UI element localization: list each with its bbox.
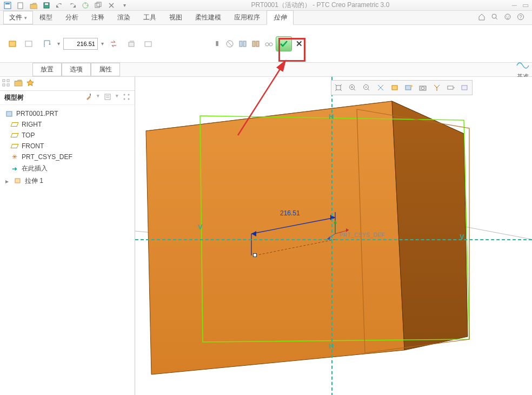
drag-handle[interactable] <box>253 253 257 257</box>
depth-type-button[interactable] <box>41 37 54 50</box>
file-menu-button[interactable]: 文件▾ <box>3 11 33 24</box>
confirm-feature-button[interactable] <box>276 36 292 51</box>
dimension-value[interactable]: 216.51 <box>280 209 300 217</box>
tree-root[interactable]: PRT0001.PRT <box>3 108 131 119</box>
depth-value-caret-icon[interactable]: ▾ <box>101 41 104 47</box>
svg-rect-7 <box>97 2 101 6</box>
navigator-panel: 模型树 ▾ ▾ PRT0001.PRT RIGHT TOP FRONT ✳PRT… <box>0 77 135 395</box>
zoom-out-icon[interactable] <box>361 82 373 94</box>
view-toolbar <box>331 80 473 95</box>
svg-rect-14 <box>9 41 16 47</box>
tree-item-front[interactable]: FRONT <box>3 141 131 152</box>
extrude-feature-icon <box>14 176 22 186</box>
subtab-placement[interactable]: 放置 <box>32 63 62 76</box>
plane-icon <box>11 121 18 128</box>
tab-flex[interactable]: 柔性建模 <box>189 11 228 24</box>
window-controls: ─ ▭ <box>512 1 529 9</box>
svg-rect-0 <box>4 2 11 9</box>
zoom-in-icon[interactable] <box>347 82 358 94</box>
nav-model-tree-icon[interactable] <box>2 78 11 89</box>
svg-rect-41 <box>392 85 397 90</box>
undo-icon[interactable] <box>55 1 64 10</box>
thicken-button[interactable] <box>142 37 155 50</box>
sine-wave-icon[interactable] <box>516 60 530 71</box>
tree-tools-icon[interactable] <box>85 93 92 102</box>
depth-type-caret-icon[interactable]: ▾ <box>57 41 60 47</box>
nav-folder-icon[interactable] <box>14 78 23 89</box>
no-preview-button[interactable] <box>224 38 236 50</box>
close-win-icon[interactable] <box>107 1 116 10</box>
tree-item-label: 在此插入 <box>22 164 48 173</box>
attach-preview-button[interactable] <box>237 38 249 50</box>
tab-annotate[interactable]: 注释 <box>85 11 111 24</box>
svg-rect-22 <box>256 41 259 47</box>
depth-value-input[interactable] <box>63 38 98 50</box>
home-icon[interactable] <box>478 13 486 22</box>
svg-rect-4 <box>45 3 48 5</box>
help-icon[interactable]: ? <box>517 13 524 22</box>
repaint-icon[interactable] <box>375 82 387 94</box>
refit-icon[interactable] <box>332 82 344 94</box>
qat-more-icon[interactable]: ▾ <box>120 1 129 10</box>
expand-caret-icon[interactable]: ▸ <box>5 177 11 185</box>
svg-rect-21 <box>252 41 255 47</box>
tree-item-feature[interactable]: ▸ 拉伸 1 <box>3 175 131 187</box>
save-icon[interactable] <box>42 1 51 10</box>
tree-item-csys[interactable]: ✳PRT_CSYS_DEF <box>3 152 131 162</box>
windows-icon[interactable] <box>94 1 103 10</box>
annotation-display-icon[interactable] <box>445 82 457 94</box>
flip-direction-button[interactable] <box>107 37 120 50</box>
svg-text:?: ? <box>519 14 522 19</box>
svg-rect-36 <box>6 111 12 116</box>
remove-material-button[interactable] <box>125 37 138 50</box>
graphics-viewport[interactable]: H H V V 216.51 PRT_CSYS_DEF <box>135 77 532 395</box>
svg-rect-20 <box>243 41 246 47</box>
tab-render[interactable]: 渲染 <box>111 11 137 24</box>
tree-show-icon[interactable] <box>104 93 111 102</box>
saved-views-icon[interactable] <box>403 82 415 94</box>
svg-rect-19 <box>240 41 242 47</box>
maximize-icon[interactable]: ▭ <box>522 1 529 9</box>
subtab-properties[interactable]: 属性 <box>91 63 120 76</box>
new-icon[interactable] <box>16 1 25 10</box>
tab-extrude[interactable]: 拉伸 <box>267 10 294 25</box>
solid-extrude-button[interactable] <box>6 37 19 50</box>
svg-rect-17 <box>145 42 151 47</box>
pause-button[interactable]: II <box>211 38 223 50</box>
ribbon-tabs: 文件▾ 模型 分析 注释 渲染 工具 视图 柔性建模 应用程序 拉伸 ? <box>0 11 532 25</box>
tree-settings-icon[interactable] <box>123 93 130 102</box>
tree-item-insert[interactable]: ➜在此插入 <box>3 162 131 175</box>
plane-icon <box>11 142 18 150</box>
camera-icon[interactable] <box>417 82 429 94</box>
tree-item-top[interactable]: TOP <box>3 130 131 141</box>
regen-icon[interactable] <box>81 1 90 10</box>
smiley-icon[interactable] <box>504 13 511 22</box>
tree-item-label: FRONT <box>22 142 44 150</box>
minimize-icon[interactable]: ─ <box>512 1 517 9</box>
tab-tools[interactable]: 工具 <box>137 11 163 24</box>
insert-here-icon: ➜ <box>11 165 18 173</box>
svg-point-33 <box>124 98 125 100</box>
display-style-icon[interactable] <box>389 82 401 94</box>
tab-view[interactable]: 视图 <box>163 11 189 24</box>
tab-analysis[interactable]: 分析 <box>59 11 85 24</box>
glasses-preview-button[interactable] <box>263 38 275 50</box>
surface-extrude-button[interactable] <box>23 37 36 50</box>
tree-root-label: PRT0001.PRT <box>16 110 58 117</box>
datum-panel: 基准 <box>514 50 532 81</box>
svg-rect-37 <box>15 179 20 183</box>
svg-rect-30 <box>90 94 91 96</box>
open-icon[interactable] <box>29 1 38 10</box>
search-icon[interactable] <box>491 13 498 22</box>
tree-item-right[interactable]: RIGHT <box>3 119 131 130</box>
svg-rect-46 <box>448 86 453 89</box>
nav-favorites-icon[interactable] <box>26 78 35 89</box>
unattach-preview-button[interactable] <box>250 38 262 50</box>
tab-model[interactable]: 模型 <box>33 11 59 24</box>
datum-display-icon[interactable] <box>431 82 443 94</box>
spin-center-icon[interactable] <box>459 82 471 94</box>
redo-icon[interactable] <box>68 1 77 10</box>
tab-app[interactable]: 应用程序 <box>228 11 267 24</box>
subtab-options[interactable]: 选项 <box>62 63 91 76</box>
cancel-feature-button[interactable]: ✕ <box>293 38 305 50</box>
